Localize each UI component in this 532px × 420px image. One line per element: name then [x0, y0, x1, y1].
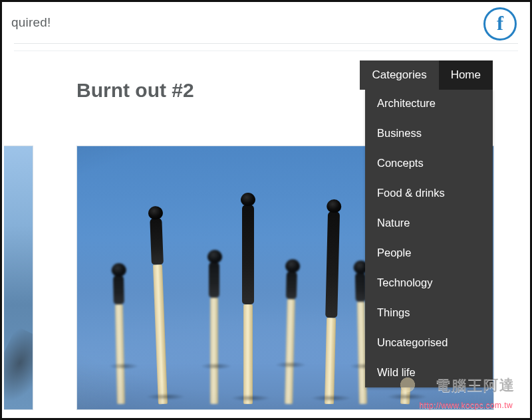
primary-nav: Categories Home [360, 60, 493, 90]
watermark-text-cn: 電腦王阿達 [436, 375, 515, 395]
tab-categories[interactable]: Categories [360, 60, 438, 90]
menu-item-concepts[interactable]: Concepts [365, 148, 493, 178]
menu-item-nature[interactable]: Nature [365, 208, 493, 238]
cutoff-header-text: quired! [11, 15, 51, 30]
tab-home[interactable]: Home [439, 60, 493, 90]
menu-item-food-drinks[interactable]: Food & drinks [365, 178, 493, 208]
prev-image-sliver[interactable] [4, 146, 33, 410]
menu-item-uncategorised[interactable]: Uncategorised [365, 328, 493, 358]
facebook-icon: f [497, 13, 503, 33]
categories-dropdown: Architecture Business Concepts Food & dr… [365, 88, 493, 387]
menu-item-people[interactable]: People [365, 238, 493, 268]
top-bar: quired! f [2, 2, 530, 43]
menu-item-things[interactable]: Things [365, 298, 493, 328]
menu-item-architecture[interactable]: Architecture [365, 88, 493, 118]
menu-item-technology[interactable]: Technology [365, 268, 493, 298]
watermark-url: http://www.kocpc.com.tw [419, 401, 513, 410]
divider [14, 43, 518, 44]
facebook-link[interactable]: f [483, 7, 517, 41]
menu-item-business[interactable]: Business [365, 118, 493, 148]
app-frame: quired! f Categories Home Architecture B… [0, 0, 532, 420]
